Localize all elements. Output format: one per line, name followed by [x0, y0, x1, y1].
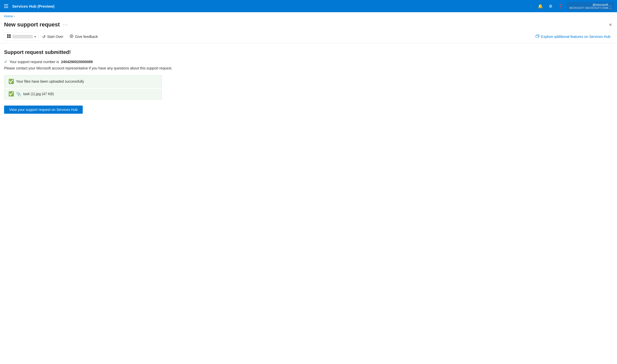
file-name: task (1).jpg (47 KB) [23, 92, 54, 96]
give-feedback-label: Give feedback [75, 35, 98, 39]
hamburger-menu[interactable] [3, 3, 9, 9]
user-email: @microsoft.... [593, 3, 611, 7]
upload-success-message: Your files have been uploaded successful… [16, 79, 84, 83]
give-feedback-button[interactable]: Give feedback [67, 33, 101, 41]
svg-rect-3 [9, 36, 11, 38]
topbar-right: 🔔 ⚙ ❓ @microsoft.... MICROSOFT (MICROSOF… [536, 2, 614, 10]
file-row: ✅ 📎 task (1).jpg (47 KB) [8, 91, 158, 97]
contact-text: Please contact your Microsoft account re… [4, 66, 613, 70]
upload-success-row: ✅ Your files have been uploaded successf… [8, 79, 158, 84]
svg-rect-1 [9, 34, 11, 36]
toolbar-left: ▾ ↺ Start Over Give feedback [4, 32, 100, 41]
help-icon[interactable]: ❓ [557, 2, 565, 10]
breadcrumb: Home › [0, 12, 617, 20]
workspace-selector[interactable]: ▾ [4, 32, 39, 41]
svg-point-5 [71, 36, 72, 37]
svg-rect-10 [536, 35, 538, 37]
page-header: New support request ··· × [0, 20, 617, 30]
page-header-left: New support request ··· [4, 21, 69, 28]
user-tenant: MICROSOFT (MICROSOFT.ONMI...) [569, 7, 611, 9]
page-title: New support request [4, 21, 60, 28]
chevron-down-icon: ▾ [34, 35, 36, 38]
breadcrumb-home-link[interactable]: Home [4, 14, 13, 18]
success-heading: Support request submitted! [4, 49, 613, 55]
request-number-prefix: Your support request number is [9, 60, 59, 64]
breadcrumb-separator: › [14, 14, 15, 18]
topbar-left: Services Hub (Preview) [3, 3, 54, 9]
upload-success-box: ✅ Your files have been uploaded successf… [4, 75, 162, 88]
settings-icon[interactable]: ⚙ [546, 2, 555, 10]
explore-features-button[interactable]: Explore additional features on Services … [533, 33, 613, 41]
upload-success-icon: ✅ [8, 79, 14, 84]
check-icon: ✓ [4, 59, 7, 64]
toolbar-right: Explore additional features on Services … [533, 33, 613, 41]
main-content: Support request submitted! ✓ Your suppor… [0, 43, 617, 120]
view-support-request-button[interactable]: View your support request on Services Hu… [4, 106, 83, 114]
file-success-icon: ✅ [8, 91, 14, 97]
more-options-button[interactable]: ··· [62, 22, 69, 27]
explore-icon [536, 34, 540, 39]
user-area[interactable]: @microsoft.... MICROSOFT (MICROSOFT.ONMI… [567, 2, 614, 10]
refresh-icon: ↺ [42, 34, 46, 39]
workspace-name [12, 35, 33, 38]
topbar: Services Hub (Preview) 🔔 ⚙ ❓ @microsoft.… [0, 0, 617, 12]
notification-icon[interactable]: 🔔 [536, 2, 544, 10]
app-title: Services Hub (Preview) [12, 4, 54, 8]
start-over-label: Start Over [47, 35, 63, 39]
explore-label: Explore additional features on Services … [541, 35, 610, 39]
close-button[interactable]: × [608, 21, 613, 28]
svg-rect-2 [7, 36, 9, 38]
workspace-icon [7, 34, 11, 39]
feedback-icon [69, 34, 74, 39]
file-row-box: ✅ 📎 task (1).jpg (47 KB) [4, 89, 162, 99]
toolbar: ▾ ↺ Start Over Give feedback [0, 30, 617, 43]
request-number-row: ✓ Your support request number is 2404290… [4, 59, 613, 64]
attachment-icon: 📎 [16, 92, 21, 96]
start-over-button[interactable]: ↺ Start Over [40, 33, 66, 41]
svg-rect-0 [7, 34, 9, 36]
request-number: 2404290020000089 [61, 60, 93, 64]
